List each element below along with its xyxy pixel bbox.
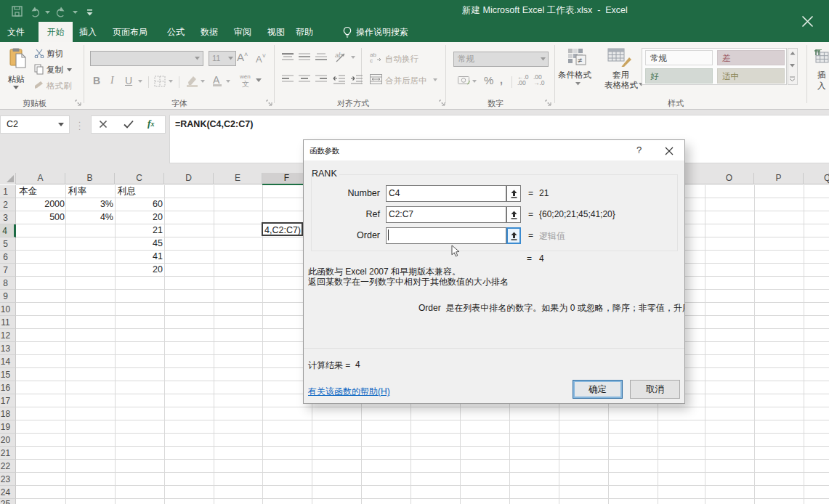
svg-text:ab: ab <box>335 52 342 59</box>
svg-text:≠: ≠ <box>578 56 582 65</box>
svg-text:c: c <box>370 57 373 63</box>
